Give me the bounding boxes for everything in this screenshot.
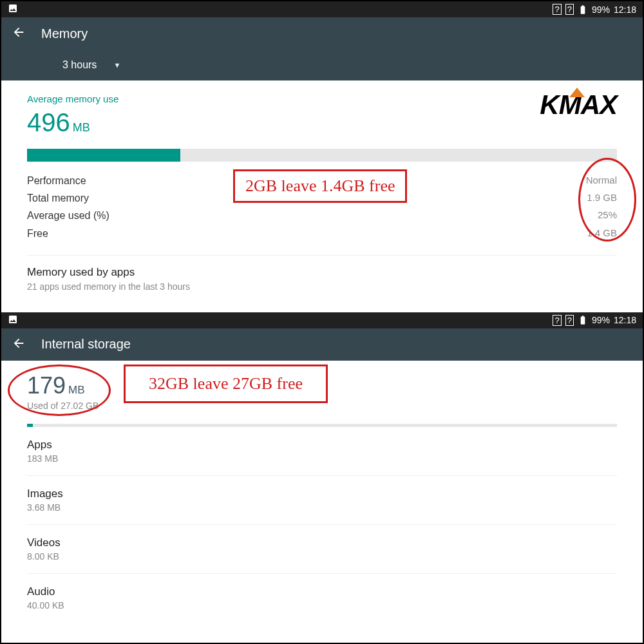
notification-icon: ? [553,315,561,326]
memory-used-by-apps[interactable]: Memory used by apps 21 apps used memory … [27,256,617,307]
back-button[interactable] [12,25,26,42]
storage-screenshot: ? ? 99% 12:18 Internal storage 32GB leav… [1,312,643,622]
kmax-logo: KMAX [540,90,617,120]
image-icon [8,314,18,327]
battery-percentage: 99% [592,315,610,325]
notification-icon: ? [565,315,574,326]
app-bar: Memory [1,17,643,50]
battery-icon [578,5,588,15]
notification-icon: ? [565,4,574,15]
memory-stats: 2GB leave 1.4GB free PerformanceNormal T… [27,172,617,256]
notification-icon: ? [553,4,561,15]
battery-icon [578,315,588,325]
image-icon [8,3,18,15]
storage-item-apps[interactable]: Apps 183 MB [27,427,617,476]
annotation-circle-storage [8,365,111,416]
memory-progress-fill [27,149,180,162]
avg-memory-value: 496MB [27,108,617,137]
battery-percentage: 99% [592,5,610,15]
status-bar: ? ? 99% 12:18 [1,312,643,328]
chevron-down-icon: ▼ [113,61,120,69]
page-title: Memory [41,26,88,41]
apps-used-subtitle: 21 apps used memory in the last 3 hours [27,281,617,292]
storage-list: Apps 183 MB Images 3.68 MB Videos 8.00 K… [27,427,617,622]
storage-item-audio[interactable]: Audio 40.00 KB [27,574,617,622]
back-button[interactable] [12,336,26,353]
memory-screenshot: ? ? 99% 12:18 Memory 3 hours ▼ KMAX Aver… [1,1,643,307]
annotation-circle-memory [578,158,636,242]
clock-time: 12:18 [614,315,636,325]
logo-triangle-icon [569,88,585,97]
app-bar: Internal storage [1,328,643,361]
stat-free: Free1.4 GB [27,225,617,242]
apps-used-title: Memory used by apps [27,266,617,279]
storage-item-videos[interactable]: Videos 8.00 KB [27,525,617,574]
period-dropdown[interactable]: 3 hours ▼ [1,50,643,80]
page-title: Internal storage [41,337,131,352]
avg-memory-label: Average memory use [27,93,617,104]
storage-progress-fill [27,424,33,427]
status-bar: ? ? 99% 12:18 [1,1,643,17]
annotation-storage: 32GB leave 27GB free [124,365,328,403]
stat-avg-used: Average used (%)25% [27,207,617,224]
memory-progress-bar [27,149,617,162]
storage-item-images[interactable]: Images 3.68 MB [27,476,617,525]
annotation-memory: 2GB leave 1.4GB free [233,169,407,203]
clock-time: 12:18 [614,5,636,15]
storage-header: 32GB leave 27GB free 179MB Used of 27.02… [1,361,643,411]
period-label: 3 hours [62,59,97,71]
storage-progress-bar [27,424,617,427]
